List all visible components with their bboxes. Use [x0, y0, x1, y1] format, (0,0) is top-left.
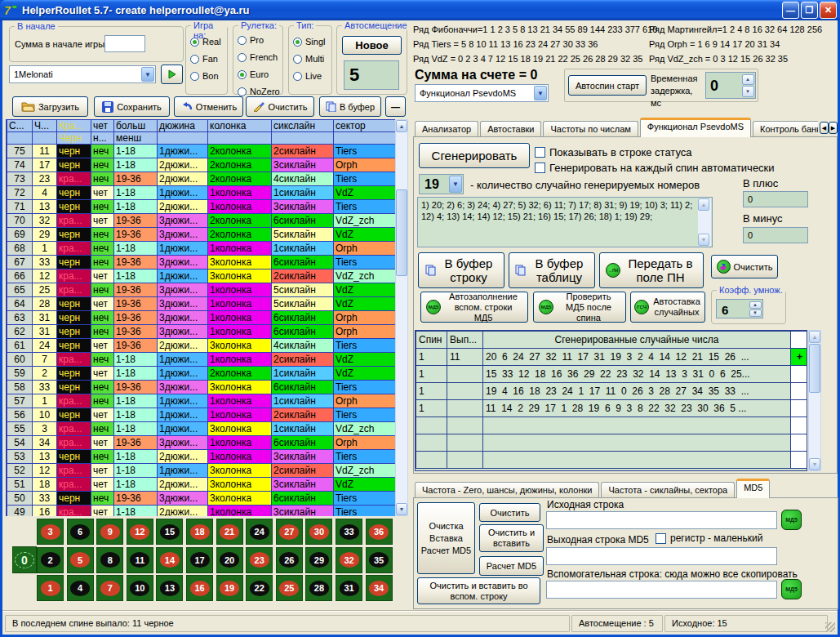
clear-button[interactable]: Очистить — [246, 96, 314, 117]
history-cell[interactable]: чет — [91, 270, 114, 283]
history-row[interactable]: 6733черннеч19-363дюжи...3колонка6сиклайн… — [7, 256, 396, 270]
history-cell[interactable]: чет — [91, 436, 114, 450]
spin-cell[interactable] — [791, 400, 808, 417]
history-cell[interactable]: 3дюжи... — [158, 283, 208, 297]
history-cell[interactable]: 3сиклайн — [272, 158, 334, 172]
board-number-31[interactable]: 31 — [336, 575, 362, 601]
scroll-up-icon[interactable]: ▲ — [396, 120, 407, 132]
history-row[interactable]: 6124чернчет19-362дюжи...3колонка4сиклайн… — [7, 339, 396, 353]
radio-icon[interactable] — [238, 70, 247, 79]
history-header-cell[interactable]: С... — [7, 120, 33, 132]
history-cell[interactable]: черн — [57, 311, 91, 325]
spin-cell[interactable] — [483, 417, 791, 434]
history-cell[interactable]: 33 — [33, 381, 57, 394]
history-cell[interactable]: 1-18 — [114, 408, 158, 422]
history-cell[interactable]: 3дюжи... — [158, 256, 208, 270]
history-cell[interactable]: 55 — [7, 422, 33, 436]
board-number-29[interactable]: 29 — [305, 547, 332, 573]
history-cell[interactable]: черн — [57, 228, 91, 242]
history-cell[interactable]: 2колонка — [208, 158, 272, 172]
history-cell[interactable]: 6сиклайн — [272, 325, 334, 339]
board-number-16[interactable]: 16 — [186, 575, 213, 601]
history-scroll-thumb[interactable] — [396, 189, 407, 276]
buffer-table-button[interactable]: В буфер таблицу — [509, 252, 595, 288]
history-cell[interactable]: 3сиклайн — [272, 450, 334, 464]
load-button[interactable]: Загрузить — [12, 96, 88, 117]
history-row[interactable]: 681кра...неч1-181дюжи...1колонка1сиклайн… — [7, 242, 396, 256]
history-cell[interactable]: неч — [91, 325, 114, 339]
autofill-md5-button[interactable]: МД5 Автозаполнение вспом. строки МД5 — [420, 292, 528, 323]
history-cell[interactable]: 32 — [33, 214, 57, 228]
history-cell[interactable]: 1дюжи... — [158, 270, 208, 283]
radio-real[interactable]: Real — [190, 37, 221, 47]
history-row[interactable]: 5434кра...чет19-363дюжи...1колонка6сикла… — [7, 436, 396, 450]
history-cell[interactable]: 57 — [7, 394, 33, 408]
history-cell[interactable]: 1сиклайн — [272, 367, 334, 381]
history-cell[interactable]: 1колонка — [208, 200, 272, 214]
history-cell[interactable]: кра... — [57, 283, 91, 297]
delay-spinner[interactable]: 0 ▲▼ — [705, 72, 756, 99]
minus-field[interactable]: 0 — [743, 227, 808, 243]
history-row[interactable]: 5118кра...чет1-182дюжи...3колонка3сиклай… — [7, 478, 396, 492]
radio-fan[interactable]: Fan — [190, 54, 221, 64]
undo-button[interactable]: Отменить — [174, 96, 243, 117]
history-cell[interactable]: кра... — [57, 270, 91, 283]
spin-up-icon[interactable]: ▲ — [742, 74, 754, 86]
history-cell[interactable]: 1колонка — [208, 506, 272, 517]
generated-numbers-textarea[interactable]: 1) 20; 2) 6; 3) 24; 4) 27; 5) 32; 6) 11;… — [417, 197, 713, 247]
history-cell[interactable]: VdZ — [334, 297, 396, 311]
history-cell[interactable]: черн — [57, 325, 91, 339]
history-cell[interactable]: неч — [91, 228, 114, 242]
history-cell[interactable]: 2сиклайн — [272, 145, 334, 158]
history-row[interactable]: 6428чернчет19-363дюжи...1колонка5сиклайн… — [7, 297, 396, 311]
tab-автоставки[interactable]: Автоставки — [480, 121, 541, 137]
history-cell[interactable]: 6сиклайн — [272, 492, 334, 506]
history-cell[interactable]: 3колонка — [208, 422, 272, 436]
tabs-scroll-left-icon[interactable]: ◀ — [820, 122, 829, 134]
history-cell[interactable]: кра... — [57, 478, 91, 492]
history-row[interactable]: 5313черннеч1-182дюжи...1колонка3сиклайнT… — [7, 450, 396, 464]
spin-cell[interactable]: 11 — [447, 349, 483, 366]
history-cell[interactable]: неч — [91, 422, 114, 436]
history-cell[interactable]: 19-36 — [114, 228, 158, 242]
to-buffer-button[interactable]: В буфер — [319, 96, 381, 117]
board-number-1[interactable]: 1 — [37, 575, 64, 601]
autospin-start-button[interactable]: Автоспин старт — [568, 75, 647, 96]
board-number-15[interactable]: 15 — [156, 519, 183, 545]
history-cell[interactable]: кра... — [57, 353, 91, 367]
history-cell[interactable]: 1-18 — [114, 367, 158, 381]
board-number-18[interactable]: 18 — [186, 519, 213, 545]
history-cell[interactable]: Tiers — [334, 381, 396, 394]
spin-cell[interactable]: 1 — [416, 400, 447, 417]
coef-spinner[interactable]: 6 ▲▼ — [716, 299, 763, 318]
spin-cell[interactable]: Сгенерированные случайные числа — [483, 332, 791, 349]
board-number-33[interactable]: 33 — [336, 519, 362, 545]
radio-multi[interactable]: Multi — [293, 54, 325, 64]
board-number-4[interactable]: 4 — [67, 575, 94, 601]
board-number-19[interactable]: 19 — [216, 575, 243, 601]
history-cell[interactable]: 1дюжи... — [158, 353, 208, 367]
board-number-11[interactable]: 11 — [127, 547, 153, 573]
history-row[interactable]: 6929черннеч19-363дюжи...2колонка5сиклайн… — [7, 228, 396, 242]
history-cell[interactable]: 33 — [33, 256, 57, 270]
tab-функционал-psevdoms[interactable]: Функционал PsevdoMS — [640, 118, 751, 137]
chevron-down-icon[interactable]: ▼ — [449, 176, 462, 193]
history-row[interactable]: 553кра...неч1-181дюжи...3колонка1сиклайн… — [7, 422, 396, 436]
history-cell[interactable]: 12 — [33, 464, 57, 478]
history-cell[interactable]: 3сиклайн — [272, 506, 334, 517]
history-cell[interactable]: кра... — [57, 172, 91, 186]
history-cell[interactable]: 1колонка — [208, 311, 272, 325]
minus-button[interactable]: — — [385, 96, 406, 117]
spin-cell[interactable]: + — [791, 349, 808, 366]
history-cell[interactable]: неч — [91, 200, 114, 214]
history-cell[interactable]: 75 — [7, 145, 33, 158]
radio-icon[interactable] — [238, 53, 247, 62]
save-button[interactable]: Сохранить — [94, 96, 170, 117]
board-number-2[interactable]: 2 — [37, 547, 64, 573]
history-cell[interactable]: 3дюжи... — [158, 228, 208, 242]
history-cell[interactable]: VdZ_zch — [334, 422, 396, 436]
history-header-cell[interactable] — [334, 132, 396, 145]
history-cell[interactable]: 6сиклайн — [272, 311, 334, 325]
history-cell[interactable]: 3дюжи... — [158, 325, 208, 339]
history-cell[interactable]: VdZ_zch — [334, 270, 396, 283]
